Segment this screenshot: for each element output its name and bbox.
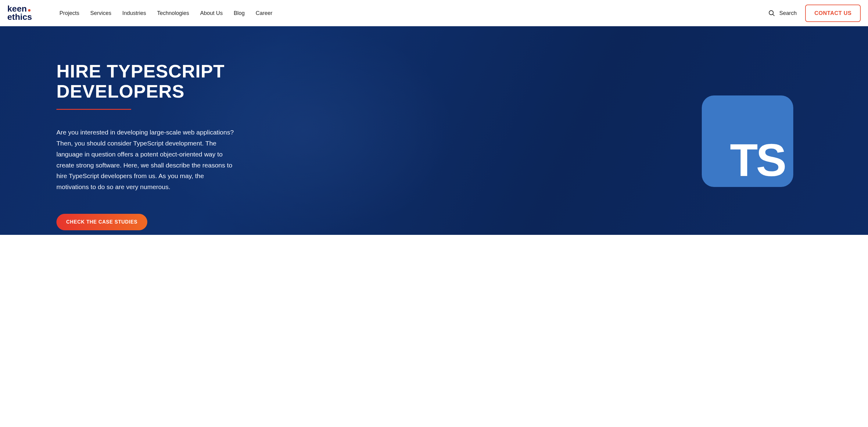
nav-blog[interactable]: Blog <box>234 10 245 17</box>
svg-point-0 <box>769 11 773 15</box>
typescript-logo-tile: TS <box>702 95 793 187</box>
primary-nav: Projects Services Industries Technologie… <box>60 10 272 17</box>
typescript-logo-text: TS <box>730 141 785 180</box>
nav-about-us[interactable]: About Us <box>200 10 223 17</box>
nav-industries[interactable]: Industries <box>122 10 146 17</box>
logo-dot-icon <box>28 9 31 11</box>
search-label: Search <box>779 10 797 17</box>
nav-services[interactable]: Services <box>90 10 111 17</box>
nav-career[interactable]: Career <box>255 10 272 17</box>
nav-projects[interactable]: Projects <box>60 10 79 17</box>
hero-description: Are you interested in developing large-s… <box>56 127 236 192</box>
check-case-studies-button[interactable]: CHECK THE CASE STUDIES <box>56 214 147 230</box>
search-icon <box>768 10 775 17</box>
nav-technologies[interactable]: Technologies <box>157 10 189 17</box>
search-button[interactable]: Search <box>768 10 797 17</box>
logo-line2-text: ethics <box>7 13 32 21</box>
site-logo[interactable]: keen ethics <box>7 5 32 21</box>
svg-line-1 <box>773 14 774 16</box>
site-header: keen ethics Projects Services Industries… <box>0 0 868 26</box>
logo-line1-text: keen <box>7 5 27 13</box>
title-underline <box>56 109 131 110</box>
hero-section: HIRE TYPESCRIPT DEVELOPERS Are you inter… <box>0 26 868 235</box>
contact-us-button[interactable]: CONTACT US <box>805 5 861 22</box>
hero-title: HIRE TYPESCRIPT DEVELOPERS <box>56 61 252 101</box>
